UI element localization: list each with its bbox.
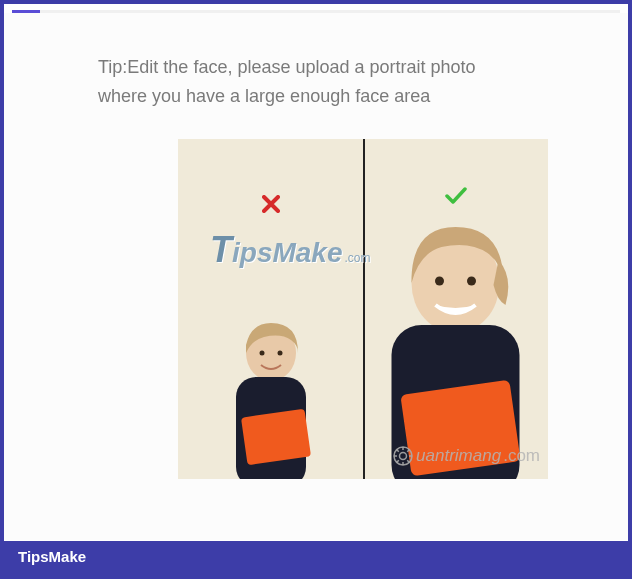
footer-bar: TipsMake xyxy=(4,541,628,575)
content-panel: Tip:Edit the face, please upload a portr… xyxy=(4,13,628,540)
svg-point-4 xyxy=(277,350,282,355)
example-image: TTipsMakeipsMake.com uantrimang.com xyxy=(178,139,548,479)
example-bad-side xyxy=(178,139,363,479)
svg-point-9 xyxy=(467,276,476,285)
watermark-quantrimang: uantrimang.com xyxy=(392,445,540,467)
example-good-side xyxy=(363,139,548,479)
svg-line-15 xyxy=(397,449,399,451)
svg-point-3 xyxy=(259,350,264,355)
footer-label: TipsMake xyxy=(18,548,86,565)
tip-text: Tip:Edit the face, please upload a portr… xyxy=(98,53,518,111)
example-good-person xyxy=(363,205,548,479)
watermark-tipsmake: TTipsMakeipsMake.com xyxy=(210,229,371,271)
svg-point-8 xyxy=(435,276,444,285)
svg-line-16 xyxy=(407,460,409,462)
example-bad-person xyxy=(206,305,336,479)
svg-point-19 xyxy=(400,452,407,459)
svg-rect-2 xyxy=(240,408,310,464)
svg-line-18 xyxy=(397,460,399,462)
gear-icon xyxy=(392,445,414,467)
cross-icon xyxy=(262,195,280,217)
svg-line-17 xyxy=(407,449,409,451)
